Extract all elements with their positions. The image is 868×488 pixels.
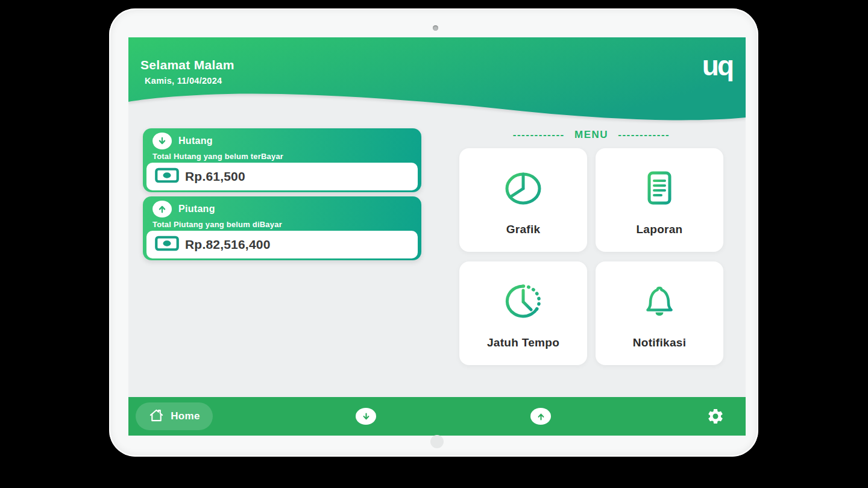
- menu-label-notifikasi: Notifikasi: [633, 336, 687, 349]
- piutang-amount: Rp.82,516,400: [185, 237, 271, 252]
- nav-home-button[interactable]: Home: [136, 402, 213, 430]
- menu-label-jatuh-tempo: Jatuh Tempo: [487, 336, 559, 349]
- hutang-subtitle: Total Hutang yang belum terBayar: [153, 152, 421, 161]
- nav-home-label: Home: [171, 410, 200, 422]
- menu-label-grafik: Grafik: [506, 223, 541, 236]
- hutang-title: Hutang: [178, 136, 213, 146]
- menu-item-jatuh-tempo[interactable]: Jatuh Tempo: [459, 261, 587, 365]
- stage: Selamat Malam Kamis, 11/04/2024 uq Hutan…: [0, 0, 868, 488]
- greeting-text: Selamat Malam: [140, 58, 234, 72]
- tablet-frame: Selamat Malam Kamis, 11/04/2024 uq Hutan…: [109, 8, 758, 457]
- arrow-down-icon: [361, 411, 371, 422]
- gear-icon: [706, 407, 725, 425]
- menu-dashes-left: ------------: [513, 129, 565, 140]
- bell-icon: [638, 280, 681, 324]
- menu-title: MENU: [574, 129, 608, 140]
- pie-chart-icon: [502, 166, 545, 211]
- piutang-subtitle: Total Piutang yang belum diBayar: [153, 220, 421, 229]
- clock-icon: [500, 280, 546, 324]
- header-date: Kamis, 11/04/2024: [145, 76, 234, 86]
- piutang-card-header: Piutang: [143, 196, 421, 217]
- menu-label-laporan: Laporan: [636, 223, 682, 236]
- home-button-indicator[interactable]: [430, 435, 444, 448]
- hutang-card-header: Hutang: [143, 128, 421, 149]
- camera-dot: [433, 25, 438, 31]
- app-screen: Selamat Malam Kamis, 11/04/2024 uq Hutan…: [128, 37, 746, 436]
- menu-dashes-right: ------------: [618, 129, 670, 140]
- piutang-amount-strip: Rp.82,516,400: [146, 231, 418, 258]
- hutang-amount-strip: Rp.61,500: [146, 163, 418, 190]
- menu-grid: Grafik Laporan: [459, 148, 723, 365]
- menu-item-grafik[interactable]: Grafik: [459, 148, 587, 252]
- piutang-card[interactable]: Piutang Total Piutang yang belum diBayar…: [143, 196, 421, 260]
- banknote-icon: [154, 235, 180, 254]
- report-icon: [638, 166, 681, 211]
- header: Selamat Malam Kamis, 11/04/2024 uq: [128, 37, 746, 128]
- menu-heading: ------------ MENU ------------: [459, 129, 723, 141]
- piutang-title: Piutang: [178, 204, 215, 214]
- home-icon: [148, 407, 165, 425]
- nav-download-button[interactable]: [356, 408, 376, 425]
- arrow-up-circle-icon: [153, 201, 172, 217]
- hutang-amount: Rp.61,500: [185, 169, 245, 184]
- arrow-up-icon: [536, 411, 546, 422]
- nav-upload-button[interactable]: [530, 408, 551, 425]
- nav-settings-button[interactable]: [706, 407, 725, 425]
- app-logo: uq: [702, 52, 732, 80]
- arrow-down-circle-icon: [153, 133, 172, 149]
- menu-item-laporan[interactable]: Laporan: [596, 148, 723, 252]
- bottom-nav: Home: [128, 397, 746, 436]
- hutang-card[interactable]: Hutang Total Hutang yang belum terBayar …: [143, 128, 421, 192]
- greeting-block: Selamat Malam Kamis, 11/04/2024: [140, 58, 234, 86]
- menu-item-notifikasi[interactable]: Notifikasi: [596, 261, 723, 365]
- banknote-icon: [154, 167, 180, 186]
